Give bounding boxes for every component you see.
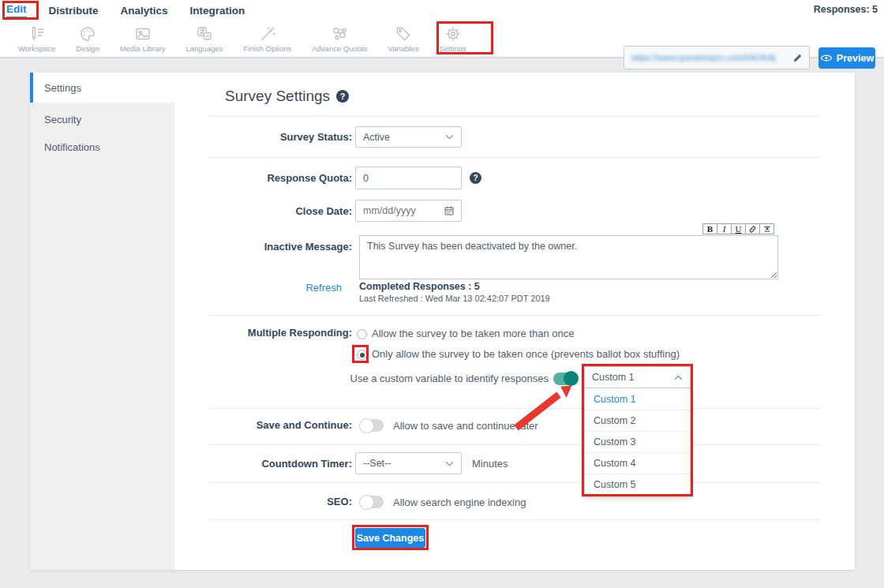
page-title: Survey Settings ? — [225, 88, 349, 105]
responses-count: Responses: 5 — [814, 4, 878, 15]
custom-variable-dropdown: Custom 1 Custom 1 Custom 2 Custom 3 Cust… — [584, 366, 691, 496]
chevron-up-icon — [674, 375, 683, 380]
tab-analytics[interactable]: Analytics — [121, 5, 168, 17]
seo-label: SEO: — [193, 496, 352, 507]
countdown-timer-select[interactable]: --Set-- — [355, 452, 462, 474]
toolbar-item-media-library[interactable]: Media Library — [110, 21, 176, 57]
seo-description: Allow search engine indexing — [393, 496, 526, 508]
finish-options-icon — [258, 24, 277, 43]
underline-button[interactable]: U — [731, 223, 746, 234]
languages-icon: A — [195, 24, 214, 43]
toolbar-item-workspace[interactable]: Workspace — [8, 21, 66, 57]
link-icon — [748, 225, 757, 234]
dropdown-option-custom-2[interactable]: Custom 2 — [585, 410, 690, 431]
survey-url-field[interactable]: https://www.questionpro.com/t/AOKAj — [624, 46, 810, 69]
toolbar-item-languages[interactable]: A Languages — [175, 21, 233, 57]
calendar-icon[interactable] — [444, 205, 455, 219]
design-icon — [78, 24, 97, 43]
survey-url-text: https://www.questionpro.com/t/AOKAj — [624, 53, 785, 62]
toolbar-item-design[interactable]: Design — [66, 21, 110, 57]
toolbar-item-advance-quotas[interactable]: Advance Quotas — [302, 21, 377, 57]
radio-only-once-label[interactable]: Only allow the survey to be taken once (… — [372, 348, 680, 360]
close-date-label: Close Date: — [193, 205, 352, 217]
chevron-down-icon — [445, 134, 454, 140]
chevron-down-icon — [445, 461, 454, 466]
advance-quotas-icon — [330, 24, 349, 43]
divider — [209, 482, 821, 483]
tab-integration[interactable]: Integration — [190, 5, 245, 17]
workspace-icon — [28, 24, 47, 43]
quota-help-icon[interactable]: ? — [470, 172, 481, 184]
inactive-message-textarea[interactable]: This Survey has been deactivated by the … — [359, 235, 778, 279]
response-quota-label: Response Quota: — [193, 172, 352, 184]
eye-icon — [820, 54, 833, 62]
svg-text:A: A — [206, 32, 210, 39]
toolbar-item-finish-options[interactable]: Finish Options — [234, 21, 302, 57]
divider — [209, 444, 821, 445]
refresh-link[interactable]: Refresh — [193, 282, 352, 294]
response-quota-input[interactable] — [355, 167, 462, 189]
sidebar-item-security[interactable]: Security — [30, 103, 174, 130]
edit-toolbar: Workspace Design Media Library A Languag… — [0, 21, 884, 58]
format-toolbar: B I U — [703, 223, 774, 234]
last-refreshed-text: Last Refreshed : Wed Mar 13 02:42:07 PDT… — [359, 294, 550, 303]
toolbar-item-settings[interactable]: Settings — [429, 21, 476, 57]
survey-status-select[interactable]: Active — [355, 126, 462, 148]
completed-responses-text: Completed Responses : 5 — [359, 281, 480, 292]
italic-button[interactable]: I — [717, 223, 732, 234]
divider — [209, 315, 821, 316]
multiple-responding-label: Multiple Responding: — [193, 327, 352, 339]
survey-status-label: Survey Status: — [193, 131, 352, 143]
sidebar-item-notifications[interactable]: Notifications — [30, 130, 174, 158]
divider — [209, 519, 821, 520]
dropdown-option-custom-1[interactable]: Custom 1 — [585, 388, 690, 410]
custom-variable-dropdown-header[interactable]: Custom 1 — [584, 366, 691, 388]
page: Edit Distribute Analytics Integration Re… — [0, 0, 884, 588]
dropdown-option-custom-4[interactable]: Custom 4 — [585, 452, 690, 474]
tab-distribute[interactable]: Distribute — [49, 5, 99, 17]
custom-variable-label: Use a custom variable to identify respon… — [237, 373, 549, 384]
radio-only-once[interactable] — [357, 350, 367, 360]
divider — [209, 116, 821, 117]
dropdown-options-list: Custom 1 Custom 2 Custom 3 Custom 4 Cust… — [584, 388, 691, 496]
divider — [209, 408, 821, 409]
tab-edit[interactable]: Edit — [6, 3, 27, 18]
save-continue-description: Allow to save and continue later — [393, 420, 538, 432]
inactive-message-label: Inactive Message: — [193, 241, 352, 253]
save-continue-label: Save and Continue: — [193, 419, 352, 431]
sidebar-item-settings[interactable]: Settings — [30, 73, 174, 103]
top-nav: Edit Distribute Analytics Integration Re… — [0, 0, 884, 21]
help-icon[interactable]: ? — [336, 90, 349, 103]
align-icon — [762, 225, 772, 234]
preview-button[interactable]: Preview — [818, 47, 875, 69]
dropdown-option-custom-5[interactable]: Custom 5 — [585, 474, 690, 495]
media-library-icon — [133, 24, 152, 43]
bold-button[interactable]: B — [702, 223, 717, 234]
settings-sidebar: Security Notifications — [30, 103, 174, 570]
countdown-minutes-suffix: Minutes — [472, 458, 508, 470]
radio-more-than-once-label[interactable]: Allow the survey to be taken more than o… — [372, 328, 575, 339]
save-changes-button[interactable]: Save Changes — [355, 528, 425, 548]
dropdown-option-custom-3[interactable]: Custom 3 — [585, 431, 690, 452]
link-button[interactable] — [745, 223, 760, 234]
align-button[interactable] — [759, 223, 774, 234]
seo-toggle[interactable] — [360, 496, 384, 508]
toolbar-item-variables[interactable]: Variables — [378, 21, 429, 57]
radio-more-than-once[interactable] — [357, 329, 367, 339]
settings-icon — [444, 24, 463, 43]
custom-variable-toggle[interactable] — [553, 373, 577, 385]
edit-url-pencil-icon[interactable] — [785, 47, 809, 69]
divider — [209, 157, 821, 158]
countdown-timer-label: Countdown Timer: — [193, 458, 352, 470]
save-continue-toggle[interactable] — [360, 419, 384, 432]
variables-icon — [394, 24, 413, 43]
